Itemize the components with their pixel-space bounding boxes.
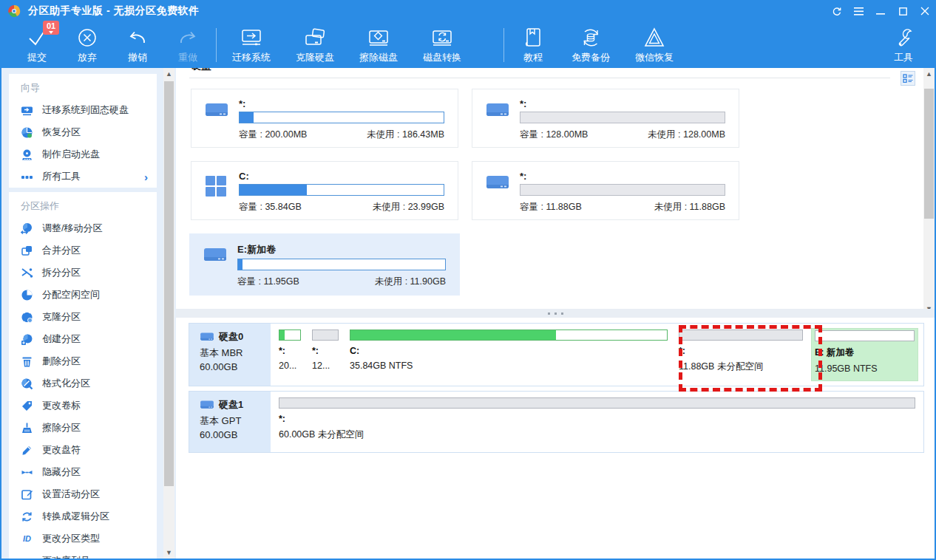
pending-operations-badge: 01 [43,21,59,35]
partition-cell-unallocated[interactable]: *: 11.88GB 未分配空间 [676,328,806,381]
tools-button[interactable]: 工具 [878,25,929,64]
volume-name: *: [520,171,725,182]
undo-arrow-icon [126,25,149,50]
close-button[interactable] [914,0,936,22]
sidebar-item-wipe-partition[interactable]: 擦除分区 [9,417,157,439]
main-scrollbar[interactable]: ▲ ▼ [923,68,935,315]
capacity-label: 容量 : 11.95GB [237,276,299,288]
tutorial-book-icon [522,25,544,50]
sidebar-item-migrate-system[interactable]: 迁移系统到固态硬盘 [9,99,157,121]
wipe-partition-icon [21,422,33,434]
capacity-label: 容量 : 128.00MB [520,129,588,141]
section-header: 分区操作 [9,192,157,217]
disk-header-cell[interactable]: 硬盘0 基本 MBR 60.00GB [189,324,271,386]
volume-card-selected[interactable]: E:新加卷 容量 : 11.95GB 未使用 : 11.90GB [189,233,460,296]
clone-disk-button[interactable]: 克隆硬盘 [283,25,347,64]
sidebar-scrollbar[interactable]: ▲ ▼ [163,68,174,559]
partition-cell[interactable]: C: 35.84GB NTFS [347,328,671,381]
scroll-up-arrow[interactable]: ▲ [163,68,174,80]
disk-convert-button[interactable]: 磁盘转换 [410,25,474,64]
change-letter-icon [21,444,33,457]
disk-header-cell[interactable]: 硬盘1 基本 GPT 60.00GB [189,392,271,452]
volume-name: C: [239,171,444,182]
sidebar-item-resize-move[interactable]: 调整/移动分区 [9,217,157,239]
panel-splitter[interactable] [176,309,935,318]
partition-cell[interactable]: *: 20... [276,328,304,381]
sidebar-item-all-tools[interactable]: 所有工具 › [9,165,157,188]
undo-button[interactable]: 撤销 [112,25,163,64]
refresh-button[interactable] [825,0,847,22]
clone-disk-icon [302,25,328,50]
change-type-icon: ID [21,533,33,545]
sidebar-item-set-active[interactable]: 设置活动分区 [9,483,157,505]
volume-name: E:新加卷 [237,243,446,256]
maximize-button[interactable] [892,0,914,22]
sidebar-item-change-type[interactable]: ID 更改分区类型 [9,527,157,550]
sidebar-item-split[interactable]: 拆分分区 [9,262,157,284]
sidebar: 向导 迁移系统到固态硬盘 恢复分区 制作启动光盘 所有工具 › 分区操作 [1,68,176,559]
sidebar-item-change-letter[interactable]: 更改盘符 [9,439,157,461]
sidebar-item-allocate-free-space[interactable]: 分配空闲空间 [9,284,157,306]
wipe-disk-button[interactable]: 擦除磁盘 [347,25,410,64]
change-label-icon [21,400,33,412]
partition-usage-bar [815,330,915,341]
sidebar-item-merge[interactable]: 合并分区 [9,239,157,262]
disk-convert-icon [430,25,455,50]
unused-label: 未使用 : 186.43MB [367,129,444,141]
partition-cell-selected[interactable]: E: 新加卷 11.95GB NTFS [811,328,918,381]
partition-cell[interactable]: *: 12... [309,328,342,381]
sidebar-item-format-partition[interactable]: 格式化分区 [9,372,157,395]
sidebar-item-change-label[interactable]: 更改卷标 [9,395,157,417]
partition-cell-unallocated[interactable]: *: 60.00GB 未分配空间 [276,396,918,448]
usage-bar [239,184,444,196]
wrench-icon [892,25,915,50]
sidebar-item-create-partition[interactable]: 创建分区 [9,328,157,350]
redo-button[interactable]: 重做 [163,25,213,64]
window-border [0,0,1,560]
set-active-icon [21,488,33,501]
sidebar-item-boot-disc[interactable]: 制作启动光盘 [9,143,157,165]
usage-bar [520,184,725,196]
volume-name: *: [520,98,725,109]
disk-volume-icon [203,243,228,287]
disk-row: 硬盘0 基本 MBR 60.00GB *: 20... *: 12... C: [189,323,924,386]
submit-button[interactable]: 01 提交 [12,25,62,64]
volume-card[interactable]: *: 容量 : 128.00MB 未使用 : 128.00MB [472,89,739,148]
window-title: 分区助手专业版 - 无损分区免费软件 [28,4,199,18]
usage-bar [239,112,444,123]
scrollbar-thumb[interactable] [164,81,174,486]
disk-size: 60.00GB [200,429,271,440]
chevron-right-icon: › [144,171,148,183]
volume-card[interactable]: *: 容量 : 200.00MB 未使用 : 186.43MB [191,89,458,148]
scroll-down-arrow[interactable]: ▼ [163,547,174,559]
toolbar-separator [216,28,217,62]
discard-button[interactable]: 放弃 [62,25,112,64]
unused-label: 未使用 : 11.90GB [375,276,446,288]
wechat-recovery-button[interactable]: 微信恢复 [623,25,686,64]
volume-card[interactable]: C: 容量 : 35.84GB 未使用 : 23.99GB [191,161,458,220]
minimize-button[interactable] [869,0,892,22]
migrate-system-icon [239,25,264,50]
view-toggle-button[interactable] [901,71,915,86]
sidebar-item-convert-logical[interactable]: 转换成逻辑分区 [9,505,157,527]
sidebar-item-clone-partition[interactable]: 克隆分区 [9,306,157,328]
split-partition-icon [21,267,33,279]
migrate-system-button[interactable]: 迁移系统 [220,25,283,64]
sidebar-item-delete-partition[interactable]: 删除分区 [9,350,157,372]
recover-partition-icon [21,126,33,139]
volumes-panel: 硬盘 *: 容量 : 200.00MB 未使用 : 186.43MB *: [176,68,935,309]
sidebar-item-hide-partition[interactable]: 隐藏分区 [9,461,157,483]
cancel-circle-icon [76,25,98,50]
menu-icon[interactable] [847,0,869,22]
scroll-up-arrow[interactable]: ▲ [923,68,935,80]
free-backup-icon [578,25,603,50]
sidebar-item-recover-partition[interactable]: 恢复分区 [9,121,157,143]
disk-type: 基本 GPT [200,414,271,428]
volume-card[interactable]: *: 容量 : 11.88GB 未使用 : 11.88GB [472,161,739,220]
free-backup-button[interactable]: 免费备份 [559,25,623,64]
toolbar: 01 提交 放弃 撤销 重做 迁移系统 [0,22,936,68]
scrollbar-thumb[interactable] [924,89,934,219]
tutorial-button[interactable]: 教程 [507,25,559,64]
wizard-section: 向导 迁移系统到固态硬盘 恢复分区 制作启动光盘 所有工具 › [9,74,157,188]
capacity-label: 容量 : 35.84GB [239,201,302,214]
